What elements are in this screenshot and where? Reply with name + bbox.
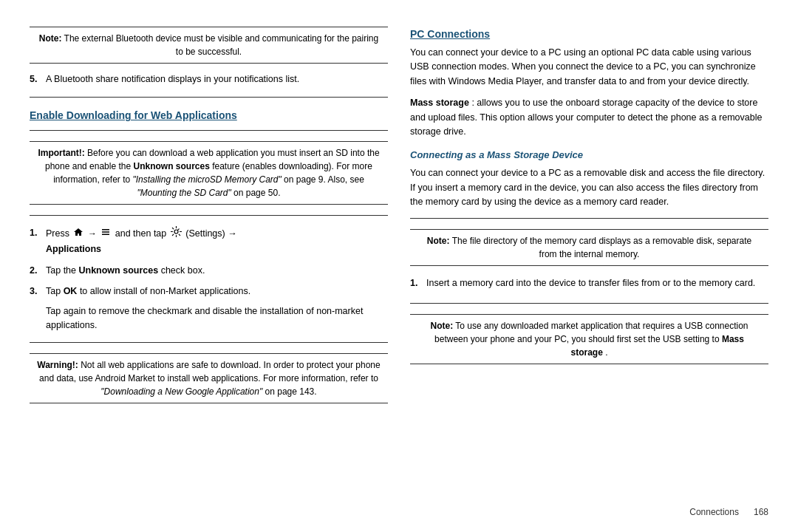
note1-label: Note: [39, 33, 62, 44]
important-bold1: Unknown sources [133, 161, 209, 171]
settings-icon [171, 226, 182, 242]
divider3 [30, 215, 388, 216]
step2-content: Tap the Unknown sources check box. [46, 264, 388, 278]
step3-num: 3. [30, 284, 41, 299]
left-column: Note: The external Bluetooth device must… [30, 22, 388, 517]
right-step1-num: 1. [410, 276, 422, 290]
important-box: Important!: Before you can download a we… [30, 141, 388, 205]
step1-bold-end: Applications [46, 244, 101, 254]
step3b-text: Tap again to remove the checkmark and di… [46, 304, 388, 333]
footer-page: 168 [754, 507, 768, 517]
svg-rect-0 [102, 229, 109, 231]
warning-text2: on page 143. [265, 386, 317, 397]
step5-text: A Bluetooth share notification displays … [46, 72, 388, 86]
warning-text: Warning!: Not all web applications are s… [30, 358, 388, 398]
divider1 [30, 97, 388, 98]
step2-text2: check box. [161, 265, 205, 276]
step1-num: 1. [30, 226, 41, 240]
important-italic2: "Mounting the SD Card" [137, 188, 231, 198]
arrow1: → [88, 228, 99, 239]
svg-point-3 [174, 230, 178, 233]
step3-text1: Tap [46, 286, 64, 296]
note2-text: Note: The file directory of the memory c… [410, 234, 768, 261]
enable-downloading-heading: Enable Downloading for Web Applications [30, 109, 388, 121]
step2-bold1: Unknown sources [78, 265, 158, 276]
step5-item: 5. A Bluetooth share notification displa… [30, 72, 388, 86]
pc-connections-heading: PC Connections [410, 28, 768, 40]
right-step1-content: Insert a memory card into the device to … [426, 276, 768, 290]
para2-text: Mass storage : allows you to use the onb… [410, 96, 768, 139]
note2-label: Note: [427, 236, 450, 246]
divider2 [30, 130, 388, 131]
note1-box: Note: The external Bluetooth device must… [30, 27, 388, 64]
note2-box: Note: The file directory of the memory c… [410, 229, 768, 266]
para2-bold: Mass storage [410, 98, 469, 108]
note1-content: The external Bluetooth device must be vi… [64, 33, 379, 57]
step1-prefix: Press [46, 228, 69, 239]
divider6 [410, 303, 768, 304]
important-label: Important!: [38, 148, 84, 158]
note3-text2: . [605, 347, 607, 358]
step1-settings-label: (Settings) → [185, 228, 236, 239]
para1-text: You can connect your device to a PC usin… [410, 46, 768, 89]
important-text: Important!: Before you can download a we… [30, 146, 388, 200]
right-step1-text: Insert a memory card into the device to … [426, 278, 755, 288]
step5-num: 5. [30, 72, 41, 86]
step1-middle: and then tap [115, 228, 167, 239]
note3-label: Note: [430, 321, 453, 331]
menu-icon [100, 227, 111, 242]
step1-content: Press → and then tap [46, 226, 388, 256]
footer: Connections 168 [689, 507, 768, 517]
right-column: PC Connections You can connect your devi… [410, 22, 768, 517]
svg-rect-1 [102, 231, 109, 233]
warning-italic1: "Downloading a New Google Application" [100, 386, 262, 397]
note1-text: Note: The external Bluetooth device must… [30, 32, 388, 58]
page-container: Note: The external Bluetooth device must… [0, 0, 798, 532]
note3-box: Note: To use any downloaded market appli… [410, 314, 768, 364]
warning-label: Warning!: [37, 360, 78, 370]
note3-text1: To use any downloaded market application… [434, 321, 748, 344]
right-step1-item: 1. Insert a memory card into the device … [410, 276, 768, 290]
step2-item: 2. Tap the Unknown sources check box. [30, 264, 388, 278]
para3-text: You can connect your device to a PC as a… [410, 166, 768, 209]
step3-content: Tap OK to allow install of non-Market ap… [46, 284, 388, 299]
home-icon [73, 227, 83, 242]
important-text4: on page 50. [233, 188, 280, 198]
step3-text2: to allow install of non-Market applicati… [80, 286, 250, 296]
divider5 [410, 218, 768, 219]
note2-content: The file directory of the memory card di… [452, 236, 752, 259]
note3-text: Note: To use any downloaded market appli… [410, 319, 768, 359]
step3-bold1: OK [64, 286, 78, 296]
connecting-subheading: Connecting as a Mass Storage Device [410, 149, 768, 160]
important-italic1: "Installing the microSD Memory Card" [133, 174, 282, 185]
warning-text1: Not all web applications are safe to dow… [39, 360, 381, 383]
svg-rect-2 [102, 233, 109, 235]
warning-box: Warning!: Not all web applications are s… [30, 353, 388, 403]
important-text3: on page 9. Also, see [284, 174, 364, 185]
step2-num: 2. [30, 264, 41, 278]
divider4 [30, 342, 388, 343]
step2-text1: Tap the [46, 265, 78, 276]
step3-item: 3. Tap OK to allow install of non-Market… [30, 284, 388, 299]
step3b-content: Tap again to remove the checkmark and di… [46, 306, 363, 330]
step1-item: 1. Press → and th [30, 226, 388, 256]
footer-section: Connections [689, 507, 739, 517]
